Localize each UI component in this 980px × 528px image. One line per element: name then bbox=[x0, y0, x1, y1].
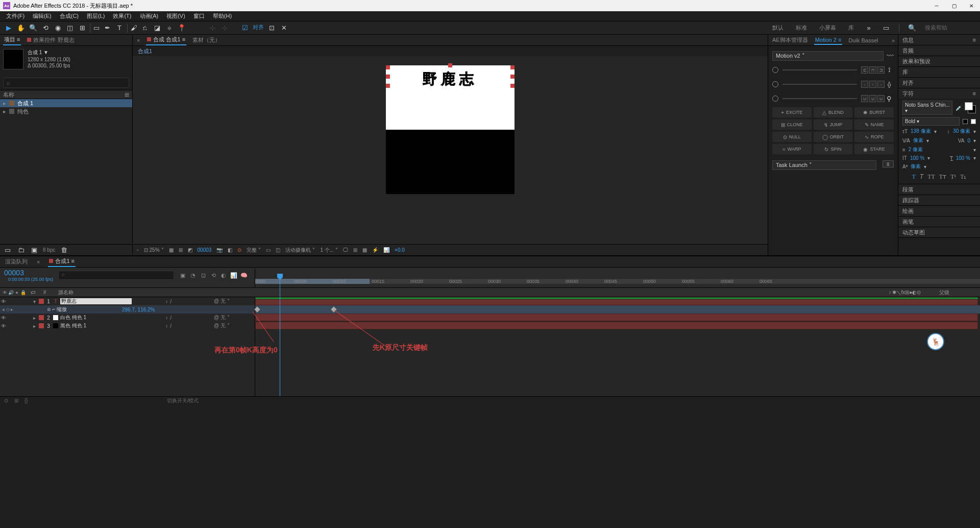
bpc-selector[interactable]: 8 bpc bbox=[43, 247, 55, 253]
slider1-dot[interactable] bbox=[772, 67, 778, 73]
layer2-bar[interactable] bbox=[255, 314, 978, 321]
world-axis-icon[interactable]: ⊹ bbox=[220, 23, 229, 33]
search-help-input[interactable]: 搜索帮助 bbox=[925, 24, 976, 32]
handle-tc[interactable] bbox=[448, 63, 452, 67]
camera-tool[interactable]: ◫ bbox=[65, 23, 75, 33]
project-item-folder[interactable]: ▸ 纯色 bbox=[0, 107, 132, 115]
handle-bl[interactable] bbox=[386, 84, 390, 88]
workspace-standard[interactable]: 标准 bbox=[794, 24, 809, 32]
align-r[interactable]: ⊐ bbox=[877, 66, 885, 74]
handle-br[interactable] bbox=[510, 84, 514, 88]
align-ml[interactable]: - bbox=[861, 81, 868, 88]
roto-tool[interactable]: ⟐ bbox=[165, 23, 174, 33]
text-tool[interactable]: T bbox=[115, 23, 124, 33]
tl-icon-draft[interactable]: ⊡ bbox=[200, 272, 207, 279]
prop-row-scale[interactable]: ◂ ◇ ▸⊙ ⌐ 缩放286.7, 116.2% bbox=[0, 305, 255, 314]
layer-name-input[interactable] bbox=[60, 298, 132, 304]
panel-brush[interactable]: 画笔 bbox=[898, 217, 980, 227]
toggle-switches-label[interactable]: 切换开关/模式 bbox=[167, 397, 199, 404]
motion-preset-selector[interactable]: Motion v2 ˅ bbox=[772, 51, 884, 61]
hand-tool[interactable]: ✋ bbox=[16, 23, 26, 33]
font-weight-selector[interactable]: Bold ▾ bbox=[902, 117, 960, 126]
kerning-input[interactable]: 像素 bbox=[913, 137, 923, 144]
layer-row-3[interactable]: 👁▸3黑色 纯色 1♀ /@ 无 ˅ bbox=[0, 322, 255, 330]
current-frame[interactable]: 00003 bbox=[198, 247, 212, 253]
hscale-input[interactable]: 100 % bbox=[956, 155, 970, 161]
project-col-menu-icon[interactable]: ⊞ bbox=[125, 91, 129, 98]
orbit-tool[interactable]: ⟲ bbox=[41, 23, 50, 33]
menu-layer[interactable]: 图层(L) bbox=[83, 12, 109, 20]
pan-behind-tool[interactable]: ⊞ bbox=[78, 23, 87, 33]
menu-composition[interactable]: 合成(C) bbox=[56, 12, 83, 20]
motion-btn-jump[interactable]: ↯JUMP bbox=[814, 119, 853, 130]
keyframe-nav[interactable]: ◂ ◇ ▸ bbox=[0, 307, 29, 312]
slider2-dot[interactable] bbox=[772, 81, 778, 87]
view-icon3[interactable]: ▦ bbox=[362, 247, 367, 253]
tl-icon-brain[interactable]: 🧠 bbox=[240, 272, 248, 279]
workspace-reset-icon[interactable]: ▭ bbox=[881, 23, 891, 33]
zoom-selector[interactable]: ⊡ 25% ˅ bbox=[144, 247, 164, 253]
align-br[interactable]: ⊔ bbox=[877, 95, 885, 102]
handle-tl[interactable] bbox=[386, 65, 390, 69]
tab-project[interactable]: 项目 ≡ bbox=[3, 35, 21, 45]
tab-effect-controls[interactable]: 效果控件 野鹿志 bbox=[26, 35, 75, 45]
motion-btn-stare[interactable]: ◉STARE bbox=[854, 144, 894, 154]
motion-more-icon[interactable]: » bbox=[892, 37, 895, 43]
menu-animation[interactable]: 动画(A) bbox=[136, 12, 163, 20]
col-parent[interactable]: 父级 bbox=[939, 289, 980, 296]
transparency-icon[interactable]: ◫ bbox=[276, 247, 280, 253]
toggle-btn1[interactable]: ⊙ bbox=[4, 398, 8, 403]
new-comp-icon[interactable]: ▣ bbox=[30, 246, 39, 255]
view-icon2[interactable]: ⊞ bbox=[353, 247, 357, 253]
panel-character[interactable]: 字符≡ bbox=[898, 88, 980, 99]
pen-tool[interactable]: ✒ bbox=[103, 23, 112, 33]
project-search-input[interactable]: ⌕ bbox=[3, 78, 129, 88]
motion-btn-rope[interactable]: ∿ROPE bbox=[854, 132, 894, 142]
grid-icon[interactable]: ⊞ bbox=[179, 247, 183, 253]
tab-render-queue[interactable]: 渲染队列 bbox=[4, 257, 29, 267]
motion-btn-orbit[interactable]: ◯ORBIT bbox=[814, 132, 853, 142]
layer-row-2[interactable]: 👁▸2白色 纯色 1♀ /@ 无 ˅ bbox=[0, 314, 255, 322]
align-l[interactable]: ⊏ bbox=[861, 66, 868, 74]
task-delete-icon[interactable]: 🗑 bbox=[883, 160, 894, 167]
mask-icon[interactable]: ◩ bbox=[188, 247, 192, 253]
tab-close-icon[interactable]: × bbox=[136, 36, 141, 44]
brush-tool[interactable]: 🖌 bbox=[127, 23, 137, 33]
mini-swatch2[interactable] bbox=[971, 119, 976, 124]
baseline-input[interactable]: 像素 bbox=[911, 163, 921, 170]
tl-icon-gb[interactable]: 📊 bbox=[230, 272, 237, 279]
new-folder-icon[interactable]: 🗀 bbox=[16, 246, 26, 255]
tl-icon-fb[interactable]: ⟲ bbox=[210, 272, 217, 279]
task-launch-selector[interactable]: Task Launch ˅ bbox=[772, 160, 876, 170]
delete-icon[interactable]: 🗑 bbox=[59, 246, 68, 255]
slider2[interactable] bbox=[782, 84, 857, 85]
composition-viewer[interactable]: 野鹿志 bbox=[133, 56, 768, 244]
toggle-btn3[interactable]: {} bbox=[24, 398, 28, 403]
motion-btn-null[interactable]: ⊙NULL bbox=[772, 132, 812, 142]
panel-audio[interactable]: 音频 bbox=[898, 45, 980, 56]
panel-tracker[interactable]: 跟踪器 bbox=[898, 195, 980, 205]
clone-tool[interactable]: ⎌ bbox=[140, 23, 150, 33]
close-button[interactable]: ✕ bbox=[963, 0, 980, 11]
tab-composition[interactable]: 合成 合成1 ≡ bbox=[146, 35, 186, 45]
interpret-icon[interactable]: ▭ bbox=[3, 246, 12, 255]
col-label-icon[interactable]: 🏷 bbox=[31, 290, 43, 295]
workspace-lib[interactable]: 库 bbox=[846, 24, 856, 32]
comp-thumbnail[interactable] bbox=[3, 49, 23, 69]
snap-checkbox[interactable]: ☑ bbox=[240, 23, 250, 33]
mag-icon[interactable]: ▫ bbox=[137, 247, 139, 253]
tab-motion2[interactable]: Motion 2 ≡ bbox=[814, 36, 843, 45]
comp-canvas[interactable]: 野鹿志 bbox=[386, 65, 514, 194]
menu-edit[interactable]: 编辑(E) bbox=[29, 12, 56, 20]
faux-italic[interactable]: T bbox=[920, 173, 923, 181]
tab-close-tl[interactable]: × bbox=[36, 258, 41, 266]
menu-help[interactable]: 帮助(H) bbox=[209, 12, 236, 20]
align-bl[interactable]: ⊔ bbox=[861, 95, 868, 102]
work-area[interactable] bbox=[255, 279, 370, 284]
stroke-width-input[interactable]: 2 像素 bbox=[909, 146, 923, 153]
res-half-icon[interactable]: ▦ bbox=[169, 247, 174, 253]
local-axis-icon[interactable]: ⊹ bbox=[208, 23, 217, 33]
menu-file[interactable]: 文件(F) bbox=[2, 12, 29, 20]
layer1-bar[interactable] bbox=[255, 299, 978, 305]
slider3-dot[interactable] bbox=[772, 95, 778, 102]
